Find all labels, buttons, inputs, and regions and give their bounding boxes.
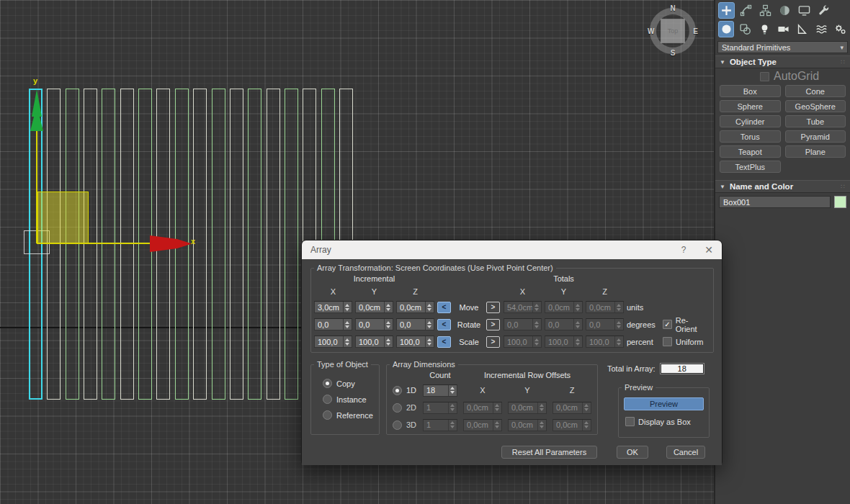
move-incremental-toggle[interactable]: < [437,302,451,313]
rollout-name-color[interactable]: ▼ Name and Color ∷ [715,180,850,193]
gizmo-x-arrow-icon[interactable] [150,235,192,253]
motion-icon[interactable] [777,2,793,19]
display-icon[interactable] [796,2,813,19]
object-name-input[interactable]: Box001 [719,196,831,208]
instance-radio[interactable]: Instance [323,395,379,404]
re-orient-checkbox[interactable]: ✓Re-Orient [663,316,709,333]
viewcube[interactable]: Top N S W E [648,6,697,56]
instance-radio-dot[interactable] [323,395,332,404]
compass-west[interactable]: W [648,27,654,35]
rotate-incremental-toggle[interactable]: < [437,319,451,330]
dialog-titlebar[interactable]: Array ? ✕ [302,240,722,259]
array-box-copy[interactable] [102,89,115,400]
helpers-icon[interactable] [795,21,810,37]
tube-button[interactable]: Tube [785,115,846,127]
array-box-copy[interactable] [212,89,225,400]
preview-button[interactable]: Preview [624,397,704,410]
array-box-copy[interactable] [285,89,298,400]
array-box-copy[interactable] [66,89,79,400]
rollout-object-type[interactable]: ▼ Object Type ∷ [715,55,850,68]
compass-east[interactable]: E [693,27,698,35]
space-warps-icon[interactable] [813,21,829,37]
rotate-incremental-y-spinner[interactable] [384,319,393,330]
ok-button[interactable]: OK [617,446,648,459]
compass-north[interactable]: N [670,4,675,12]
close-button[interactable]: ✕ [694,244,713,256]
geometry-icon[interactable] [718,21,734,37]
1d-radio[interactable]: 1D [393,386,417,395]
rotate-incremental-y[interactable]: 0,0 [355,318,393,330]
display-as-box-checkbox-box[interactable] [625,417,635,426]
autogrid-checkbox[interactable]: AutoGrid [760,70,819,83]
array-box-copy[interactable] [230,89,243,400]
reset-all-parameters-button[interactable]: Reset All Parameters [501,446,597,459]
sphere-button[interactable]: Sphere [720,100,781,112]
rotate-incremental-x-spinner[interactable] [343,319,352,330]
box-button[interactable]: Box [720,85,781,97]
move-incremental-z[interactable]: 0,0cm [396,301,434,313]
array-box-copy[interactable] [84,89,97,400]
uniform-checkbox[interactable]: Uniform [663,337,709,346]
scale-incremental-z-spinner[interactable] [425,336,434,347]
modify-icon[interactable] [738,2,754,19]
reference-radio[interactable]: Reference [323,410,379,420]
pyramid-button[interactable]: Pyramid [785,130,846,143]
array-box-copy[interactable] [248,89,261,400]
reference-radio-dot[interactable] [323,410,332,420]
copy-radio-dot[interactable] [323,379,332,388]
cylinder-button[interactable]: Cylinder [720,115,781,127]
create-icon[interactable] [718,2,735,19]
cancel-button[interactable]: Cancel [666,446,705,459]
2d-radio[interactable]: 2D [393,403,417,413]
move-incremental-y-spinner[interactable] [384,302,393,312]
rotate-totals-toggle[interactable]: > [486,319,500,330]
textplus-button[interactable]: TextPlus [720,161,781,173]
scale-totals-toggle[interactable]: > [486,336,500,348]
3d-radio[interactable]: 3D [393,420,417,430]
hierarchy-icon[interactable] [757,2,774,19]
lights-icon[interactable] [756,21,772,37]
re-orient-checkbox-box[interactable]: ✓ [663,320,672,329]
gizmo-y-arrow-icon[interactable] [27,89,46,132]
scale-incremental-x[interactable]: 100,0 [314,336,352,348]
plane-button[interactable]: Plane [785,145,846,158]
autogrid-checkbox-box[interactable] [760,72,769,81]
cameras-icon[interactable] [775,21,791,37]
scale-incremental-z[interactable]: 100,0 [396,336,434,348]
systems-icon[interactable] [833,21,849,37]
category-dropdown[interactable]: Standard Primitives ▾ [717,41,848,53]
copy-radio[interactable]: Copy [323,379,379,388]
uniform-checkbox-box[interactable] [663,337,672,346]
1d-count-spinner[interactable] [448,385,457,396]
compass-south[interactable]: S [671,49,676,57]
scale-incremental-x-spinner[interactable] [343,336,352,347]
array-box-copy[interactable] [120,89,134,400]
shapes-icon[interactable] [737,21,753,37]
3d-radio-dot[interactable] [393,420,402,430]
move-incremental-y[interactable]: 0,0cm [355,301,393,313]
move-incremental-x[interactable]: 3,0cm [314,301,352,313]
help-button[interactable]: ? [673,245,694,255]
scale-incremental-y-spinner[interactable] [384,336,393,347]
rotate-incremental-z-spinner[interactable] [425,319,434,330]
move-incremental-z-spinner[interactable] [425,302,434,312]
array-box-copy[interactable] [267,89,280,400]
1d-radio-dot[interactable] [393,386,402,395]
display-as-box-checkbox[interactable]: Display as Box [625,417,709,426]
scale-incremental-toggle[interactable]: < [437,336,451,348]
rotate-incremental-z[interactable]: 0,0 [396,318,434,330]
object-color-swatch[interactable] [834,196,846,208]
2d-radio-dot[interactable] [393,403,402,413]
scale-incremental-y[interactable]: 100,0 [355,336,393,348]
geosphere-button[interactable]: GeoSphere [785,100,846,112]
teapot-button[interactable]: Teapot [720,145,781,158]
cone-button[interactable]: Cone [785,85,846,97]
move-incremental-x-spinner[interactable] [343,302,352,312]
1d-count[interactable]: 18 [423,384,457,397]
viewcube-compass-ring[interactable] [650,8,696,54]
rotate-incremental-x[interactable]: 0,0 [314,318,352,330]
utilities-icon[interactable] [815,2,832,19]
torus-button[interactable]: Torus [720,130,781,143]
gizmo-xy-plane-handle[interactable] [37,192,89,243]
move-totals-toggle[interactable]: > [486,302,500,313]
